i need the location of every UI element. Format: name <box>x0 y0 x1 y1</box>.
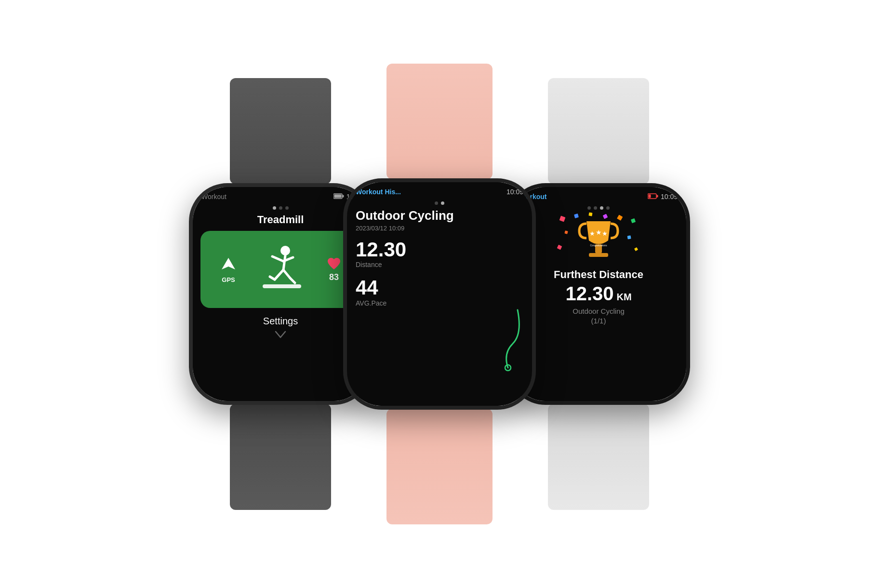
w3-dot-2 <box>594 206 597 210</box>
watch-2-distance-value: 12.30 <box>356 240 523 260</box>
watch-2-activity-name: Outdoor Cycling <box>356 209 523 223</box>
watch-3-status-bar: Workout 10:09 <box>511 187 686 203</box>
watch-1-band-top <box>230 78 331 184</box>
svg-rect-17 <box>559 216 566 222</box>
svg-line-10 <box>283 270 290 278</box>
watch-3-screen: Workout 10:09 <box>511 187 686 401</box>
watch-2-screen: Workout His... 10:09 Outdoor Cycling 202… <box>347 182 532 406</box>
watch-1-band-bottom <box>230 404 331 510</box>
watch-3-activity-name: Outdoor Cycling <box>573 307 625 315</box>
watch-2-activity-title: Outdoor Cycling <box>347 207 532 224</box>
svg-rect-16 <box>648 194 651 198</box>
watch-1-status-bar: Workout 16:4 <box>193 187 368 203</box>
watch-2-pace-metric: 44 AVG.Pace <box>347 271 532 310</box>
svg-rect-19 <box>617 215 623 221</box>
watch-1-gps-label: GPS <box>222 276 235 283</box>
svg-rect-2 <box>334 194 341 198</box>
watch-3-record-label: (1/1) <box>591 317 606 325</box>
watch-2-band-bottom <box>386 409 493 524</box>
svg-rect-22 <box>603 214 608 219</box>
w3-dot-3 <box>600 206 603 210</box>
watch-2-status-right: 10:09 <box>506 188 523 196</box>
gps-icon <box>220 256 237 273</box>
watch-1-runner <box>260 242 304 297</box>
svg-line-6 <box>272 256 283 261</box>
svg-rect-26 <box>634 247 638 251</box>
watch-1-workout-type: Treadmill <box>193 212 368 231</box>
watch-2-distance-metric: 12.30 Distance <box>347 237 532 271</box>
watch-2-time: 10:09 <box>506 188 523 196</box>
svg-rect-24 <box>627 235 631 239</box>
treadmill-runner-icon <box>260 242 304 295</box>
watch-3-dots <box>511 203 686 212</box>
dot-2 <box>279 206 282 210</box>
watch-1-chevron <box>193 331 368 341</box>
watch-1-title: Workout <box>201 193 226 200</box>
watch-2-pace-value: 44 <box>356 276 523 299</box>
watch-1-heart: 83 <box>327 257 341 282</box>
watch-2-distance-label: Distance <box>356 261 523 268</box>
watch-2-status-bar: Workout His... 10:09 <box>347 182 532 199</box>
svg-line-9 <box>270 277 275 280</box>
svg-point-4 <box>280 246 290 255</box>
svg-rect-20 <box>631 218 636 223</box>
watch-3-activity-label: Outdoor Cycling (1/1) <box>511 305 686 326</box>
watch-1-battery-icon <box>333 193 344 200</box>
watch-2-band-top <box>386 64 493 179</box>
svg-line-8 <box>275 270 283 280</box>
w3-dot-4 <box>606 206 610 210</box>
watch-1-settings-label: Settings <box>193 308 368 331</box>
watch-1-workout-card: GPS <box>200 231 360 308</box>
watch-3-distance-row: 12.30 KM <box>511 283 686 305</box>
watch-3-status-right: 10:09 <box>648 193 678 200</box>
watch-1-screen: Workout 16:4 <box>193 187 368 401</box>
watch-3-battery-icon <box>648 193 658 200</box>
watch-2-date: 2023/03/12 10:09 <box>347 224 532 237</box>
w2-dot-2 <box>441 201 444 205</box>
watch-3-band-bottom <box>548 404 649 510</box>
heart-icon <box>327 257 341 270</box>
svg-rect-21 <box>588 213 592 216</box>
watches-container: Workout 16:4 <box>102 29 777 559</box>
watch-3-achievement-title: Furthest Distance <box>511 268 686 283</box>
watch-1-gps: GPS <box>220 256 237 283</box>
watch-3-trophy: ★ ★ ★ Congratulations <box>511 212 686 268</box>
watch-1-heart-rate: 83 <box>329 272 339 282</box>
svg-rect-23 <box>564 230 568 234</box>
w3-dot-1 <box>587 206 591 210</box>
watch-2-title: Workout His... <box>356 188 401 196</box>
svg-rect-15 <box>656 195 658 197</box>
watch-2-dots <box>347 199 532 207</box>
svg-rect-25 <box>557 245 562 250</box>
watch-2-body: Workout His... 10:09 Outdoor Cycling 202… <box>343 178 536 410</box>
svg-marker-3 <box>222 258 235 269</box>
confetti-decoration <box>550 212 647 269</box>
w2-curve-decoration <box>489 305 527 373</box>
watch-3-distance-unit: KM <box>617 292 632 303</box>
watch-2: Workout His... 10:09 Outdoor Cycling 202… <box>343 64 536 524</box>
watch-3-band-top <box>548 78 649 184</box>
svg-line-11 <box>290 278 295 283</box>
watch-3-distance-value: 12.30 <box>565 283 613 305</box>
watch-3-time: 10:09 <box>661 193 678 200</box>
svg-rect-18 <box>574 214 579 218</box>
svg-line-5 <box>283 255 285 270</box>
dot-3 <box>285 206 289 210</box>
w2-dot-1 <box>435 201 438 205</box>
dot-1 <box>273 206 276 210</box>
watch-1-dots <box>193 203 368 212</box>
svg-rect-12 <box>263 284 301 288</box>
